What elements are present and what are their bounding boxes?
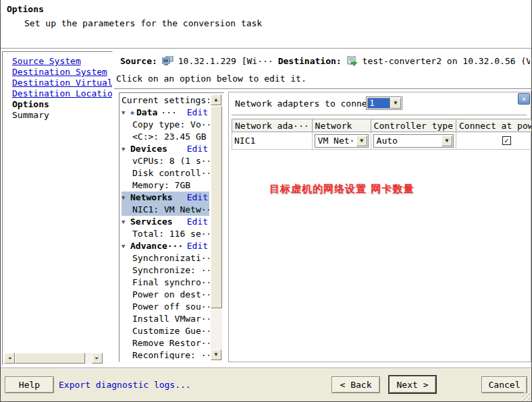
tree-item-final-synchronization[interactable]: Final synchro··· [122,277,209,289]
collapse-arrow-icon[interactable]: ▼ [122,107,130,119]
tree-item-power-off-source[interactable]: Power off sou··· [122,301,209,313]
tree-item-vcpus[interactable]: vCPUs: 8 (1 s··· [122,155,209,167]
edit-advanced-link[interactable]: Edit [187,240,208,252]
tree-item-disk-controller[interactable]: Disk controll··· [122,167,209,179]
edit-devices-link[interactable]: Edit [187,143,208,155]
sidebar-item-options: Options [12,99,112,110]
destination-label: Destination: [278,56,342,66]
current-settings-panel: Current settings: ▼ ◆ Data ··· Edit Copy… [119,92,224,362]
connect-at-power-on-checkbox[interactable]: ✓ [502,136,511,145]
tree-item-install-vmware-tools[interactable]: Install VMwar··· [122,313,209,325]
chevron-down-icon[interactable]: ▼ [442,136,452,146]
wizard-steps-panel: Source System Destination System Destina… [2,51,113,366]
scroll-up-arrow-icon[interactable]: ▲ [211,94,221,105]
edit-services-link[interactable]: Edit [187,216,208,228]
chevron-down-icon[interactable]: ▼ [390,98,401,109]
source-destination-bar: Source: 10.32.1.229 [Wi··· Destination: … [120,55,530,67]
adapters-count-value: 1 [367,98,390,109]
source-value: 10.32.1.229 [Wi··· [178,56,273,66]
settings-tree: Current settings: ▼ ◆ Data ··· Edit Copy… [122,94,209,360]
cancel-button[interactable]: Cancel [481,376,527,393]
tree-group-services[interactable]: ▼ Services Edit [122,216,209,228]
column-header-controller-type: Controller type [371,119,456,132]
controller-type-dropdown[interactable]: Auto ▼ [373,134,454,148]
destination-value: test-converter2 on 10.32.0.56 (VMwar··· [363,56,530,66]
settings-vertical-scrollbar[interactable]: ▲ ▼ [211,94,222,360]
network-adapters-table: Network ada··· Network Controller type C… [232,119,532,150]
page-subtitle: Set up the parameters for the conversion… [24,18,262,28]
export-diagnostic-logs-link[interactable]: Export diagnostic logs... [59,380,191,390]
content-divider [114,88,532,90]
panel-divider [232,115,527,116]
controller-type-value: Auto [375,136,442,146]
networks-option-panel: ✕ Network adapters to connect 1 ▼ Networ… [228,92,531,362]
sidebar-item-destination-system[interactable]: Destination System [12,67,112,78]
source-computer-icon [162,56,174,66]
network-adapters-label: Network adapters to connect [235,98,377,109]
tree-item-copy-type[interactable]: Copy type: Vo··· [122,119,209,131]
tree-item-remove-restore[interactable]: Remove Restor··· [122,337,209,349]
next-button[interactable]: Next > [388,375,437,394]
resize-grip[interactable] [522,392,531,401]
tree-item-customize-guest[interactable]: Customize Gue··· [122,325,209,337]
back-button[interactable]: < Back [331,376,380,393]
network-dropdown[interactable]: VM Net··· ▼ [315,134,369,148]
tree-item-synchronization[interactable]: Synchronizati··· [122,252,209,264]
sidebar-item-source-system[interactable]: Source System [12,56,112,67]
edit-networks-link[interactable]: Edit [187,192,208,204]
scrollbar-thumb[interactable] [211,106,222,308]
network-value: VM Net··· [316,136,356,146]
close-panel-button[interactable]: ✕ [518,93,530,105]
vmware-converter-options-window: Options Set up the parameters for the co… [0,0,532,402]
adapter-name-cell: NIC1 [232,132,313,150]
collapse-arrow-icon[interactable]: ▼ [122,143,130,155]
tree-item-services-total[interactable]: Total: 116 se··· [122,228,209,240]
edit-hint-text: Click on an option below to edit it. [116,74,307,84]
sidebar-horizontal-scrollbar[interactable]: ◄ ► [4,353,103,364]
column-header-network: Network [312,119,371,132]
sidebar-item-destination-virtual-machine[interactable]: Destination Virtual M [12,78,112,88]
scroll-down-arrow-icon[interactable]: ▼ [211,349,221,360]
tree-item-c-drive[interactable]: <C:>: 23.45 GB [122,131,209,143]
sidebar-item-summary: Summary [12,110,112,121]
settings-tree-title: Current settings: [122,94,209,107]
chinese-annotation-text: 目标虚机的网络设置 网卡数量 [269,183,414,196]
tree-group-data[interactable]: ▼ ◆ Data ··· Edit [122,107,209,119]
table-row: NIC1 VM Net··· ▼ Auto ▼ ✓ [232,132,532,150]
tree-group-networks[interactable]: ▼ Networks Edit [122,192,209,204]
help-button[interactable]: Help [5,376,54,393]
column-header-network-adapter: Network ada··· [232,119,313,132]
scroll-left-arrow-icon[interactable]: ◄ [4,353,15,364]
sidebar-item-destination-location[interactable]: Destination Location [12,88,112,99]
scrollbar-thumb[interactable] [15,353,85,364]
collapse-arrow-icon[interactable]: ▼ [122,216,130,228]
destination-server-icon [346,56,358,66]
tree-item-synchronize[interactable]: Synchronize: ··· [122,264,209,277]
chevron-down-icon[interactable]: ▼ [356,136,367,146]
scroll-right-arrow-icon[interactable]: ► [92,353,103,364]
column-header-connect-at-power-on: Connect at powe··· [456,119,532,132]
data-diamond-icon: ◆ [130,107,134,119]
header-divider [1,48,532,49]
table-header-row: Network ada··· Network Controller type C… [232,119,532,132]
checkbox-check-icon: ✓ [504,137,509,144]
tree-group-advanced[interactable]: ▼ Advance··· Edit [122,240,209,252]
tree-item-reconfigure[interactable]: Reconfigure: ··· [122,349,209,360]
source-label: Source: [120,56,157,66]
tree-item-power-on-destination[interactable]: Power on dest··· [122,289,209,301]
tree-group-devices[interactable]: ▼ Devices Edit [122,143,209,155]
page-title: Options [7,4,44,14]
tree-item-memory[interactable]: Memory: 7GB [122,179,209,192]
tree-item-nic1[interactable]: NIC1: VM Netw··· [122,204,209,216]
collapse-arrow-icon[interactable]: ▼ [122,240,130,252]
network-adapters-count-dropdown[interactable]: 1 ▼ [366,96,402,110]
collapse-arrow-icon[interactable]: ▼ [122,192,130,204]
edit-data-link[interactable]: Edit [187,107,208,119]
footer-bar: Help Export diagnostic logs... < Back Ne… [1,368,531,401]
